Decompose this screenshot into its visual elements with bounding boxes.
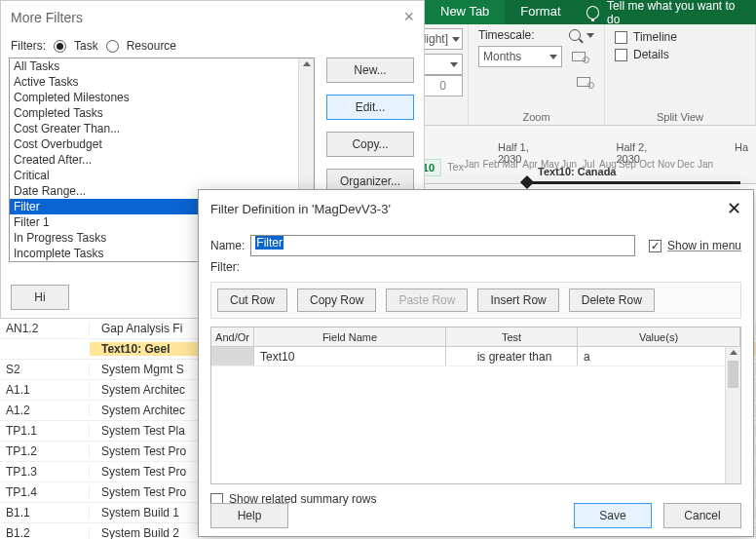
details-label: Details (633, 48, 669, 61)
lightbulb-icon (586, 6, 600, 19)
ribbon: New Tab Format Tell me what you want to … (425, 0, 756, 24)
month-label: Apr (521, 159, 539, 170)
cell-id: A1.2 (0, 404, 90, 417)
month-label: Feb (482, 159, 500, 170)
ribbon-tab-new[interactable]: New Tab (425, 0, 505, 24)
paste-row-button: Paste Row (386, 289, 468, 312)
cell-id: TP1.2 (0, 444, 90, 458)
zoom-in-button[interactable] (569, 29, 594, 41)
criteria-row[interactable]: Text10 is greater than a (211, 347, 740, 366)
caret-icon (450, 62, 458, 67)
col-fieldname[interactable]: Field Name (254, 327, 446, 346)
cell-id: TP1.1 (0, 424, 90, 438)
gantt-summary-label: Text10: Canada (538, 166, 617, 177)
col-values[interactable]: Value(s) (578, 327, 740, 346)
edit-button[interactable]: Edit... (326, 95, 414, 120)
timescale-value: Months (483, 50, 521, 63)
col-andor[interactable]: And/Or (211, 327, 254, 346)
ribbon-group-zoom: Timescale: Months Zoom (469, 24, 605, 125)
filter-label: Filter: (210, 260, 240, 274)
hi-button[interactable]: Hi (11, 285, 69, 310)
month-label: Nov (658, 159, 675, 170)
filter-row-toolbar: Cut Row Copy Row Paste Row Insert Row De… (210, 282, 741, 319)
filter-definition-dialog: Filter Definition in 'MagDevV3-3' ✕ Name… (198, 189, 754, 537)
tell-me-box[interactable]: Tell me what you want to do (577, 0, 756, 24)
filter-list-item[interactable]: Cost Overbudget (10, 136, 314, 152)
filter-list-item[interactable]: Completed Milestones (10, 90, 314, 105)
cell-fieldname[interactable]: Text10 (254, 347, 446, 366)
save-button[interactable]: Save (574, 503, 652, 528)
ribbon-tab-format[interactable]: Format (505, 0, 576, 24)
col-test[interactable]: Test (446, 327, 578, 346)
new-button[interactable]: New... (326, 58, 414, 83)
month-label: Sep (619, 159, 636, 170)
filter-list-item[interactable]: Created After... (10, 152, 314, 168)
copy-button[interactable]: Copy... (326, 132, 414, 157)
help-button[interactable]: Help (210, 503, 288, 528)
timescale-half2: Half 2, 2030 (608, 139, 665, 159)
close-icon[interactable]: × (403, 7, 414, 27)
month-label: Dec (677, 159, 695, 170)
checkbox-icon (649, 240, 662, 252)
timeline-label: Timeline (633, 30, 677, 44)
tell-me-label: Tell me what you want to do (607, 0, 746, 26)
cancel-button[interactable]: Cancel (663, 503, 741, 528)
filter-list-item[interactable]: Cost Greater Than... (10, 121, 314, 136)
checkbox-icon (615, 49, 627, 61)
month-label: Jan (697, 159, 714, 170)
cell-id: B1.2 (0, 526, 90, 539)
zoom-selected-button[interactable] (568, 46, 589, 67)
resource-radio[interactable] (106, 40, 119, 53)
caret-icon (452, 37, 460, 42)
close-icon[interactable]: ✕ (727, 198, 741, 219)
more-filters-title: More Filters (11, 10, 83, 25)
caret-icon (549, 55, 557, 59)
name-input-value: Filter (255, 236, 284, 250)
details-checkbox[interactable]: Details (615, 48, 745, 61)
filter-list-item[interactable]: Completed Tasks (10, 105, 314, 121)
cell-id: B1.1 (0, 506, 90, 520)
splitview-group-label: Split View (605, 111, 755, 123)
zoom-selected-icon (572, 52, 586, 61)
scrollbar[interactable] (725, 347, 740, 483)
timescale-dropdown[interactable]: Months (478, 46, 562, 67)
month-label: Jan (463, 159, 480, 170)
cut-row-button[interactable]: Cut Row (217, 289, 287, 312)
cell-test[interactable]: is greater than (446, 347, 578, 366)
filter-criteria-grid[interactable]: And/Or Field Name Test Value(s) Text10 i… (210, 327, 741, 484)
scrollbar-thumb[interactable] (728, 361, 738, 388)
cell-andor[interactable] (211, 347, 254, 366)
timescale-half1: Half 1, 2030 (490, 139, 548, 159)
zoom-entire-button[interactable] (573, 71, 594, 93)
show-in-menu-label: Show in menu (667, 239, 741, 252)
checkbox-icon (615, 31, 627, 44)
name-label: Name: (210, 239, 245, 252)
show-in-menu-checkbox[interactable]: Show in menu (649, 239, 741, 252)
cell-id: AN1.2 (0, 322, 90, 335)
cell-value[interactable]: a (578, 347, 740, 366)
magnifier-icon (569, 29, 581, 41)
cell-id: TP1.3 (0, 465, 90, 479)
insert-row-button[interactable]: Insert Row (477, 289, 558, 312)
timeline-checkbox[interactable]: Timeline (615, 30, 745, 44)
delete-row-button[interactable]: Delete Row (569, 289, 655, 312)
cell-id: S2 (0, 363, 90, 376)
caret-icon (586, 33, 594, 38)
number-value: 0 (439, 79, 446, 93)
filter-list-item[interactable]: Active Tasks (10, 74, 314, 90)
month-label: Mar (502, 159, 519, 170)
gantt-summary-bar (526, 181, 740, 184)
filter-list-item[interactable]: All Tasks (10, 58, 314, 74)
month-label: Oct (638, 159, 656, 170)
timescale-label: Timescale: (478, 28, 535, 42)
filter-definition-title: Filter Definition in 'MagDevV3-3' (210, 202, 391, 216)
ribbon-group-splitview: Timeline Details Split View (605, 24, 756, 125)
zoom-entire-icon (577, 77, 590, 87)
resource-radio-label: Resource (127, 39, 176, 53)
copy-row-button[interactable]: Copy Row (297, 289, 376, 312)
task-radio[interactable] (54, 40, 66, 53)
task-radio-label: Task (74, 39, 98, 53)
cell-id: A1.1 (0, 383, 90, 397)
filter-list-item[interactable]: Critical (10, 168, 314, 183)
name-input[interactable]: Filter (250, 235, 635, 256)
